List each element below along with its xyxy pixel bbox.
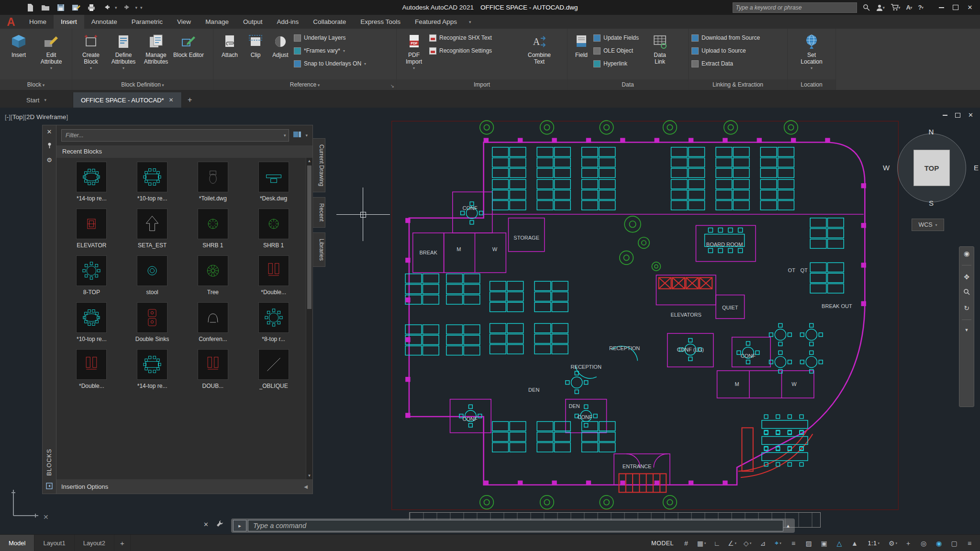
extract-data-button[interactable]: Extract Data <box>691 58 760 69</box>
clean-screen-icon[interactable]: ▢ <box>947 537 961 550</box>
chevron-down-icon[interactable]: ▾ <box>284 133 286 138</box>
recognition-settings-button[interactable]: Recognition Settings <box>429 45 523 56</box>
block-item-shrb-1[interactable]: SHRB 1 <box>243 209 304 249</box>
command-customize-wrench-icon[interactable] <box>216 520 223 529</box>
autodesk-account-icon[interactable]: A▾ <box>906 4 913 11</box>
file-tab-document[interactable]: OFFICE SPACE - AUTOCAD*✕ <box>73 92 182 108</box>
qat-customize-icon[interactable]: ▾ <box>140 5 143 10</box>
selection-cycling-icon[interactable]: ▣ <box>817 537 831 550</box>
isometric-drafting-icon[interactable]: ◇▾ <box>741 537 754 550</box>
snap-to-underlays-button[interactable]: Snap to Underlays ON ▾ <box>294 58 366 69</box>
palette-close-icon[interactable]: ✕ <box>47 128 52 135</box>
isolate-objects-icon[interactable]: ◎ <box>917 537 930 550</box>
adjust-button[interactable]: Adjust <box>268 31 293 59</box>
search-icon[interactable] <box>863 4 870 11</box>
redo-icon[interactable] <box>122 3 133 12</box>
layout-tab-layout1[interactable]: Layout1 <box>34 535 74 551</box>
layout-tab-model[interactable]: Model <box>0 535 34 551</box>
model-space-button[interactable]: MODEL <box>647 537 678 550</box>
menu-tab-annotate[interactable]: Annotate <box>84 15 124 29</box>
plot-icon[interactable] <box>86 3 97 12</box>
menu-tab-insert[interactable]: Insert <box>54 15 84 29</box>
hyperlink-button[interactable]: Hyperlink <box>593 58 647 69</box>
navigation-wheel-icon[interactable]: ◉ <box>964 250 969 257</box>
block-item-14-top-re[interactable]: *14-top re... <box>122 349 183 389</box>
ortho-mode-icon[interactable]: ∟ <box>710 537 724 550</box>
snap-mode-icon[interactable]: ▦▾ <box>695 537 708 550</box>
scroll-down-icon[interactable]: ▼ <box>308 473 312 479</box>
upload-to-source-button[interactable]: Upload to Source <box>691 45 760 56</box>
view-control[interactable]: Top <box>11 113 24 121</box>
block-item-stool[interactable]: stool <box>122 255 183 296</box>
object-snap-tracking-icon[interactable]: ⊿ <box>756 537 769 550</box>
data-link-button[interactable]: Data Link <box>648 31 672 66</box>
palette-tab-current-drawing[interactable]: Current Drawing <box>313 138 325 192</box>
block-item-oblique[interactable]: _OBLIQUE <box>243 349 304 389</box>
file-tab-start[interactable]: Start▾ <box>0 92 73 108</box>
maximize-button[interactable] <box>948 1 963 14</box>
scroll-up-icon[interactable]: ▲ <box>308 158 312 165</box>
clip-button[interactable]: Clip <box>244 31 267 59</box>
create-block-button[interactable]: Create Block ▾ <box>75 31 107 70</box>
command-close-icon[interactable]: ✕ <box>203 521 209 528</box>
compass-north[interactable]: N <box>929 128 934 136</box>
command-history-expand-icon[interactable]: ▲ <box>783 523 793 529</box>
menu-tab-output[interactable]: Output <box>236 15 270 29</box>
panel-label-reference[interactable]: Reference <box>213 79 396 90</box>
menu-tab-add-ins[interactable]: Add-ins <box>269 15 306 29</box>
panel-label-block-definition[interactable]: Block Definition <box>72 79 213 90</box>
ole-object-button[interactable]: OLE Object <box>593 45 647 56</box>
library-browse-icon[interactable] <box>293 131 301 140</box>
panel-label-block[interactable]: Block <box>0 79 72 90</box>
define-attributes-button[interactable]: Define Attributes ▾ <box>108 31 139 70</box>
download-from-source-button[interactable]: Download from Source <box>691 33 760 43</box>
search-input[interactable] <box>735 4 855 11</box>
wcs-dropdown[interactable]: WCS▾ <box>912 219 944 231</box>
open-folder-icon[interactable] <box>40 3 51 12</box>
recognize-shx-button[interactable]: Recognize SHX Text <box>429 33 523 43</box>
palette-scrollbar[interactable]: ▲ ▼ <box>306 158 312 479</box>
palette-tab-recent[interactable]: Recent <box>313 197 325 228</box>
graphics-performance-icon[interactable]: ◉ <box>932 537 946 550</box>
undo-icon[interactable] <box>101 3 112 12</box>
autoscale-icon[interactable]: ▲ <box>848 537 861 550</box>
add-layout-button[interactable]: + <box>114 535 131 551</box>
menu-tab-express-tools[interactable]: Express Tools <box>353 15 408 29</box>
block-item-10-top-re[interactable]: *10-top re... <box>61 302 122 342</box>
panel-label-data[interactable]: Data <box>568 79 688 90</box>
panel-label-location[interactable]: Location <box>788 79 835 90</box>
viewport-menu-control[interactable]: - <box>5 113 11 121</box>
command-input[interactable] <box>252 521 779 530</box>
annotation-visibility-icon[interactable]: △ <box>833 537 846 550</box>
palette-pin-icon[interactable] <box>46 142 53 150</box>
block-item-doub[interactable]: DOUB... <box>183 349 244 389</box>
visual-style-control[interactable]: 2D Wireframe <box>24 113 68 121</box>
drawing-close-icon[interactable]: ✕ <box>968 111 973 119</box>
command-prompt-icon[interactable]: ▸ <box>233 520 246 531</box>
pdf-import-button[interactable]: PDF PDF Import ▾ <box>400 31 428 70</box>
block-item-tree[interactable]: Tree <box>183 255 244 296</box>
set-location-button[interactable]: Set Location ▾ <box>796 31 827 70</box>
drawing-minimize-icon[interactable] <box>943 115 947 116</box>
block-item-14-top-re[interactable]: *14-top re... <box>61 162 122 202</box>
block-item-conferen[interactable]: Conferen... <box>183 302 244 342</box>
edit-attribute-button[interactable]: Edit Attribute ▾ <box>35 31 67 70</box>
attach-button[interactable]: Attach <box>216 31 243 59</box>
block-item-double[interactable]: *Double... <box>243 255 304 296</box>
palette-autohide-icon[interactable] <box>46 483 53 491</box>
viewcube-top-face[interactable]: TOP <box>913 150 950 186</box>
sign-in-icon[interactable]: ▾ <box>876 4 885 11</box>
collapse-left-icon[interactable]: ◀ <box>304 484 308 489</box>
new-file-icon[interactable] <box>25 3 35 12</box>
block-item-8-top-r[interactable]: *8-top r... <box>243 302 304 342</box>
block-item-double-sinks[interactable]: Double Sinks <box>122 302 183 342</box>
redo-dropdown-icon[interactable]: ▾ <box>135 5 138 10</box>
ribbon-collapse-icon[interactable]: ▾ <box>464 20 476 24</box>
chevron-down-icon[interactable]: ▾ <box>305 133 308 138</box>
navbar-more-icon[interactable]: ▼ <box>965 328 969 332</box>
lineweight-icon[interactable]: ≡ <box>787 537 800 550</box>
palette-properties-icon[interactable]: ⚙ <box>46 156 52 164</box>
dialog-launcher-icon[interactable]: ↘ <box>390 83 394 88</box>
palette-tab-libraries[interactable]: Libraries <box>313 232 325 267</box>
menu-tab-home[interactable]: Home <box>22 15 54 29</box>
